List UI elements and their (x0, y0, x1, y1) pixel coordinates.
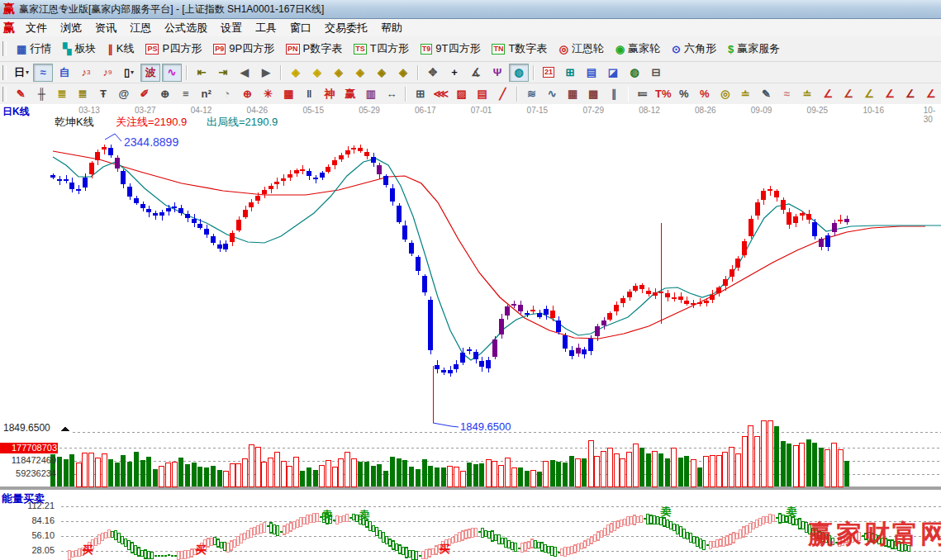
comb-lines-icon[interactable]: ≡ (176, 85, 195, 103)
menu-browse[interactable]: 浏览 (54, 19, 88, 37)
gold-circle-icon[interactable]: ◎ (715, 85, 734, 103)
print-cart-icon[interactable]: ⊟ (646, 64, 666, 82)
title-bar: 赢 赢家江恩专业版[赢家内部服务平台] - [上证指数 SH1A0001-167… (0, 0, 941, 19)
hand-tool-icon[interactable]: ✥ (423, 64, 443, 82)
spiral-tool-icon[interactable]: @ (114, 85, 133, 103)
candle-type-icon[interactable]: ▯▾ (119, 64, 139, 82)
n9-chart-icon[interactable]: ♪9 (97, 64, 117, 82)
f-angle-icon[interactable]: ∠ (839, 85, 858, 103)
angle-measure-tool-icon[interactable]: ∡ (466, 64, 486, 82)
ticket-grid-icon[interactable]: ▥ (362, 85, 381, 103)
gold-ladder-2-icon[interactable]: ≣ (74, 85, 93, 103)
menu-trade-entrust[interactable]: 交易委托 (318, 19, 374, 37)
menu-tools[interactable]: 工具 (249, 19, 283, 37)
f-ruler-icon[interactable]: Ŧ (94, 85, 113, 103)
toolbar-item-winner-wheel[interactable]: ◉赢家轮 (610, 39, 666, 59)
gold-angle-icon[interactable]: ∠ (860, 85, 879, 103)
win-angle-icon[interactable]: ∠ (901, 85, 920, 103)
menu-formula-stock-pick[interactable]: 公式选股 (158, 19, 214, 37)
percent-tool-icon[interactable]: % (674, 85, 693, 103)
brush-k-icon[interactable]: ✎ (757, 85, 776, 103)
period-day-icon[interactable]: 日▾ (12, 64, 31, 82)
ray-tool-icon[interactable]: ╱ (493, 85, 512, 103)
ruler-horizontal-icon[interactable]: ╫ (32, 85, 51, 103)
grid-b-icon[interactable]: ▩ (584, 85, 603, 103)
j-angle-icon[interactable]: ∠ (819, 85, 838, 103)
menu-settings[interactable]: 设置 (214, 19, 249, 37)
zigzag-tool-icon[interactable]: ∿ (543, 85, 562, 103)
gann-diamond-3-icon[interactable]: ◈ (329, 64, 349, 82)
shen-tool-icon[interactable]: 神 (321, 85, 340, 103)
menu-gann[interactable]: 江恩 (123, 19, 158, 37)
gold-level-icon[interactable]: ≐ (736, 85, 755, 103)
prev-bar-icon[interactable]: ◀ (235, 64, 254, 82)
brain-tool-icon[interactable]: ◍ (509, 64, 529, 82)
toolbar-item-p-square[interactable]: PSP四方形 (140, 39, 207, 59)
n3-chart-icon[interactable]: ♪3 (76, 64, 96, 82)
toolbar-item-p9-square[interactable]: P99P四方形 (207, 39, 280, 59)
toolbar-item-quotes[interactable]: ▦行情 (11, 39, 57, 59)
fan-red-icon[interactable]: ⋘ (431, 85, 450, 103)
menu-window[interactable]: 窗口 (283, 19, 318, 37)
shen-angle-icon[interactable]: ∠ (881, 85, 900, 103)
first-bar-icon[interactable]: ⇤ (192, 64, 211, 82)
k-quote-icon[interactable]: ‖ (300, 85, 319, 103)
parallel-lines-icon[interactable]: ∥ (605, 85, 624, 103)
menu-file[interactable]: 文件 (19, 19, 54, 37)
hatch-tool-icon[interactable]: ≋ (522, 85, 541, 103)
notepad-icon[interactable]: ▤ (582, 64, 601, 82)
star-grid-red-icon[interactable]: ✳ (259, 85, 278, 103)
last-bar-icon[interactable]: ⇥ (213, 64, 233, 82)
four-angle-icon[interactable]: ∠ (921, 85, 940, 103)
kline-chart[interactable] (0, 104, 941, 560)
brush-tool-2-icon[interactable]: ✐ (135, 85, 154, 103)
brush-tool-icon[interactable]: ✎ (12, 85, 31, 103)
low-marker-triangle (61, 426, 69, 431)
save-icon[interactable]: ◪ (603, 64, 623, 82)
toolbar-item-kline[interactable]: ∥K线 (102, 39, 140, 59)
win-tool-icon[interactable]: 赢 (341, 85, 360, 103)
toolbar-item-winner-service[interactable]: $赢家服务 (722, 39, 786, 59)
candles (50, 145, 849, 377)
toolbar-item-sectors[interactable]: ▚板块 (57, 39, 102, 59)
square-frame-tool-icon[interactable]: ⊞ (411, 85, 430, 103)
crosshair-tool-icon[interactable]: + (444, 64, 464, 82)
width-arrows-icon[interactable]: ↔ (382, 85, 401, 103)
target-red-icon[interactable]: ⊕ (238, 85, 257, 103)
gann-diamond-1-icon[interactable]: ◈ (286, 64, 306, 82)
toolbar-item-hexagon[interactable]: ⊙六角形 (666, 39, 722, 59)
fan-box-red-icon[interactable]: ▨ (452, 85, 471, 103)
toolbar-item-t9-square[interactable]: T99T四方形 (415, 39, 487, 59)
protractor-icon[interactable]: ◔ (217, 85, 236, 103)
menu-news[interactable]: 资讯 (88, 19, 123, 37)
gann-diamond-5-icon[interactable]: ◈ (372, 64, 392, 82)
gann-diamond-2-icon[interactable]: ◈ (307, 64, 327, 82)
wave-chart-icon[interactable]: 波 (140, 64, 160, 82)
gann-diamond-6-icon[interactable]: ◈ (393, 64, 413, 82)
compass-tool-icon[interactable]: ⊕ (155, 85, 174, 103)
level-meter-icon[interactable]: ≔ (633, 85, 652, 103)
grid-red-icon[interactable]: ▦ (279, 85, 298, 103)
fan-grid-red-icon[interactable]: ▤ (473, 85, 492, 103)
web-export-icon[interactable]: ◍ (625, 64, 644, 82)
gold-level-2-icon[interactable]: ≐ (798, 85, 817, 103)
calendar-icon[interactable]: 21 (539, 64, 558, 82)
toolbar-item-p-number-table[interactable]: PNP数字表 (280, 39, 348, 59)
t-percent-icon[interactable]: T% (653, 85, 672, 103)
gold-ladder-1-icon[interactable]: ≣ (53, 85, 72, 103)
grid-a-icon[interactable]: ▦ (563, 85, 582, 103)
toolbar-item-t-number-table[interactable]: TNT数字表 (486, 39, 553, 59)
calculator-icon[interactable]: ⊞ (560, 64, 580, 82)
timeshare-chart-icon[interactable]: ∿ (162, 64, 182, 82)
n-square-icon[interactable]: n² (197, 85, 216, 103)
self-info-icon[interactable]: 自 (55, 64, 74, 82)
chart-lines-icon[interactable]: ≈ (33, 64, 53, 82)
toolbar-item-t-square[interactable]: TST四方形 (348, 39, 414, 59)
gann-diamond-4-icon[interactable]: ◈ (350, 64, 370, 82)
gann-tool-icon[interactable]: Ψ (487, 64, 507, 82)
percent-line-icon[interactable]: % (695, 85, 714, 103)
menu-help[interactable]: 帮助 (374, 19, 409, 37)
toolbar-item-gann-wheel[interactable]: ◎江恩轮 (553, 39, 609, 59)
next-bar-icon[interactable]: ▶ (256, 64, 276, 82)
wave-band-icon[interactable]: ≈ (777, 85, 796, 103)
